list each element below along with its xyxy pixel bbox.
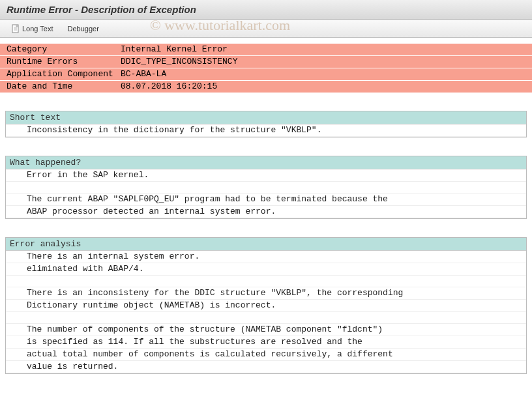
section-line: Error in the SAP kernel. <box>6 169 526 182</box>
section-line: Dictionary runtime object (NAMETAB) is i… <box>6 300 526 312</box>
long-text-label: Long Text <box>22 25 53 33</box>
section-box: Short textInconsistency in the dictionar… <box>5 111 527 137</box>
section-body: There is an internal system error.elimin… <box>6 251 526 373</box>
category-label: Runtime Errors <box>0 56 121 68</box>
category-row: Date and Time08.07.2018 16:20:15 <box>0 81 532 93</box>
section-header: Short text <box>6 111 526 124</box>
section-line: The current ABAP "SAPLF0PQ_EU" program h… <box>6 194 526 206</box>
section-header: What happened? <box>6 156 526 169</box>
category-row: Runtime ErrorsDDIC_TYPE_INCONSISTENCY <box>0 56 532 68</box>
category-label: Date and Time <box>0 81 121 93</box>
category-value: Internal Kernel Error <box>121 44 532 56</box>
document-icon <box>11 24 20 33</box>
category-label: Category <box>0 44 121 56</box>
section-line <box>6 182 526 194</box>
section-box: Error analysisThere is an internal syste… <box>5 237 527 374</box>
section-body: Inconsistency in the dictionary for the … <box>6 124 526 137</box>
category-label: Application Component <box>0 68 121 81</box>
section-line <box>6 312 526 324</box>
debugger-button[interactable]: Debugger <box>62 23 105 35</box>
section-line: eliminated with ABAP/4. <box>6 263 526 276</box>
content-area: CategoryInternal Kernel ErrorRuntime Err… <box>0 38 532 402</box>
long-text-button[interactable]: Long Text <box>5 22 59 35</box>
section-line: actual total number of components is cal… <box>6 349 526 361</box>
section-line: There is an internal system error. <box>6 251 526 263</box>
window-title: Runtime Error - Description of Exception <box>7 4 196 15</box>
toolbar: Long Text Debugger <box>0 20 532 38</box>
sections-container: Short textInconsistency in the dictionar… <box>5 111 527 374</box>
category-value: BC-ABA-LA <box>121 68 532 81</box>
section-line <box>6 276 526 287</box>
section-line: The number of components of the structur… <box>6 324 526 336</box>
section-body: Error in the SAP kernel.The current ABAP… <box>6 169 526 218</box>
category-value: 08.07.2018 16:20:15 <box>121 81 532 93</box>
debugger-label: Debugger <box>68 25 99 33</box>
category-row: CategoryInternal Kernel Error <box>0 44 532 56</box>
category-row: Application ComponentBC-ABA-LA <box>0 68 532 81</box>
category-table: CategoryInternal Kernel ErrorRuntime Err… <box>0 43 532 93</box>
window-title-bar: Runtime Error - Description of Exception <box>0 0 532 20</box>
section-line: Inconsistency in the dictionary for the … <box>6 124 526 137</box>
section-box: What happened?Error in the SAP kernel.Th… <box>5 156 527 219</box>
section-line: There is an inconsisteny for the DDIC st… <box>6 287 526 300</box>
section-line: is specified as 114. If all the substruc… <box>6 336 526 349</box>
category-value: DDIC_TYPE_INCONSISTENCY <box>121 56 532 68</box>
section-line: ABAP processor detected an internal syst… <box>6 206 526 218</box>
section-line: value is returned. <box>6 361 526 373</box>
section-header: Error analysis <box>6 238 526 251</box>
